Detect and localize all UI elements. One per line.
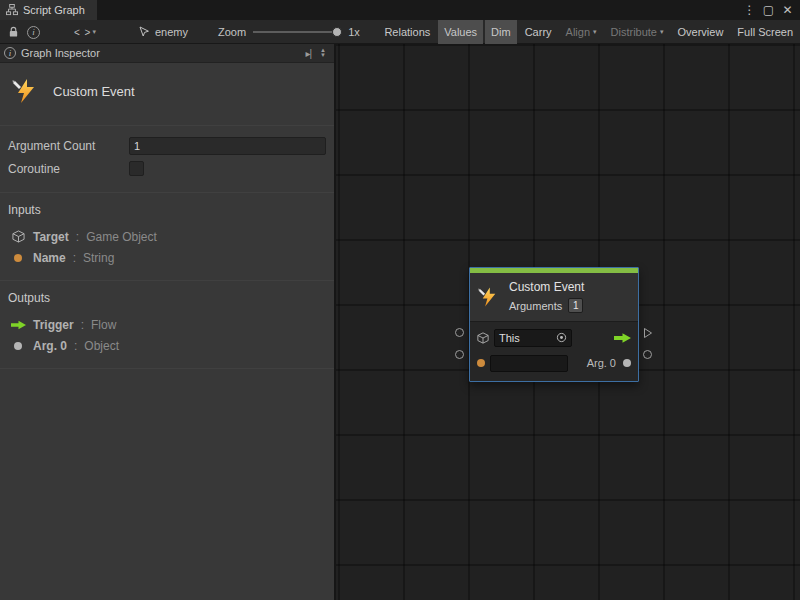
port-row-trigger: Trigger : Flow	[8, 314, 326, 335]
zoom-control: Zoom 1x	[218, 20, 360, 44]
custom-event-icon	[478, 286, 500, 308]
tab-script-graph[interactable]: Script Graph	[0, 0, 97, 20]
custom-event-node[interactable]: Custom Event Arguments 1 This	[469, 267, 639, 382]
arguments-label: Arguments	[509, 300, 562, 312]
outputs-title: Outputs	[8, 291, 326, 305]
button-label: Distribute	[611, 26, 657, 38]
toolbar-icon-group: i < > ▾	[3, 20, 96, 44]
coroutine-checkbox[interactable]	[129, 161, 144, 176]
maximize-button[interactable]: ▢	[760, 1, 777, 19]
arg0-output-port-icon[interactable]	[623, 359, 631, 367]
input-port-this[interactable]	[455, 328, 464, 337]
port-type: String	[83, 251, 114, 265]
scroll-arrows[interactable]: ▲ ▼	[316, 48, 330, 58]
port-row-target: Target : Game Object	[8, 226, 326, 247]
code-icon: < >	[74, 27, 91, 38]
node-header[interactable]: Custom Event Arguments 1	[470, 273, 638, 321]
dim-button[interactable]: Dim	[485, 20, 517, 44]
zoom-slider[interactable]	[253, 26, 341, 38]
port-row-arg0: Arg. 0 : Object	[8, 335, 326, 356]
node-row-arg0: Arg. 0	[477, 353, 631, 373]
distribute-button[interactable]: Distribute ▾	[605, 20, 670, 44]
button-label: Overview	[678, 26, 724, 38]
output-port-trigger[interactable]	[643, 327, 653, 339]
close-button[interactable]: ✕	[779, 1, 796, 19]
inspector-title: Graph Inspector	[21, 47, 100, 59]
graph-name-label: enemy	[155, 26, 188, 38]
button-label: Full Screen	[737, 26, 793, 38]
button-label: Align	[566, 26, 590, 38]
chevron-down-icon: ▾	[92, 28, 96, 36]
chevron-down-icon: ▾	[660, 28, 664, 36]
node-body: This	[470, 321, 638, 381]
zoom-value: 1x	[348, 26, 360, 38]
inputs-title: Inputs	[8, 203, 326, 217]
port-type: Game Object	[86, 230, 157, 244]
inputs-section: Inputs Target : Game Object Name : Strin…	[0, 193, 334, 280]
argument-count-input[interactable]	[129, 137, 326, 155]
event-title: Custom Event	[53, 84, 135, 99]
window-controls: ⋮ ▢ ✕	[741, 0, 800, 20]
graph-icon	[6, 4, 18, 16]
arguments-count-field[interactable]: 1	[568, 298, 583, 313]
lock-icon[interactable]	[3, 22, 23, 42]
overview-button[interactable]: Overview	[672, 20, 730, 44]
zoom-slider-knob[interactable]	[332, 27, 342, 37]
port-type: Object	[84, 339, 119, 353]
argument-count-row: Argument Count	[8, 134, 326, 157]
coroutine-row: Coroutine	[8, 157, 326, 180]
port-separator: :	[81, 318, 84, 332]
node-title: Custom Event	[509, 280, 584, 294]
values-button[interactable]: Values	[438, 20, 483, 44]
gray-dot-icon	[10, 342, 26, 350]
graph-canvas[interactable]: Custom Event Arguments 1 This	[336, 44, 800, 600]
window-menu-button[interactable]: ⋮	[741, 1, 758, 19]
coroutine-label: Coroutine	[8, 162, 129, 176]
this-object-dropdown[interactable]: This	[494, 329, 572, 347]
event-name-input[interactable]	[490, 355, 568, 372]
carry-button[interactable]: Carry	[519, 20, 558, 44]
port-separator: :	[73, 251, 76, 265]
node-header-text: Custom Event Arguments 1	[509, 280, 584, 313]
align-button[interactable]: Align ▾	[560, 20, 603, 44]
trigger-flow-icon[interactable]	[614, 333, 631, 343]
this-value: This	[499, 332, 520, 344]
scroll-down-icon[interactable]: ▼	[320, 53, 326, 58]
divider	[0, 368, 334, 369]
button-label: Dim	[491, 26, 511, 38]
custom-event-icon	[12, 77, 40, 105]
unity-script-graph-window: Script Graph ⋮ ▢ ✕ i < > ▾	[0, 0, 800, 600]
info-icon[interactable]: i	[27, 26, 40, 39]
toolbar: i < > ▾ enemy Zoom 1x Relations	[0, 20, 800, 44]
button-label: Carry	[525, 26, 552, 38]
titlebar: Script Graph ⋮ ▢ ✕	[0, 0, 800, 20]
port-type: Flow	[91, 318, 116, 332]
cube-icon	[477, 332, 489, 344]
orange-dot-icon	[10, 254, 26, 262]
pointer-icon	[138, 26, 150, 38]
tab-title: Script Graph	[23, 4, 85, 16]
arg0-label: Arg. 0	[587, 357, 616, 369]
output-port-arg0[interactable]	[643, 350, 652, 359]
cube-icon	[10, 230, 26, 243]
port-row-name: Name : String	[8, 247, 326, 268]
graph-breadcrumb[interactable]: enemy	[138, 20, 188, 44]
argument-count-label: Argument Count	[8, 139, 129, 153]
input-port-name[interactable]	[455, 350, 464, 359]
relations-button[interactable]: Relations	[378, 20, 436, 44]
zoom-slider-track[interactable]	[253, 31, 341, 33]
port-name: Arg. 0	[33, 339, 67, 353]
inspector-header: i Graph Inspector ▸| ▲ ▼	[0, 44, 334, 63]
button-label: Relations	[384, 26, 430, 38]
toolbar-button-group: Relations Values Dim Carry Align ▾ Distr…	[378, 20, 799, 44]
outputs-section: Outputs Trigger : Flow Arg. 0 : Object	[0, 281, 334, 368]
code-view-button[interactable]: < > ▾	[74, 22, 96, 42]
name-input-port-icon[interactable]	[477, 359, 485, 367]
info-icon: i	[4, 47, 16, 59]
event-fields: Argument Count Coroutine	[0, 126, 334, 192]
fullscreen-button[interactable]: Full Screen	[731, 20, 799, 44]
dock-icon[interactable]: ▸|	[305, 48, 311, 59]
object-picker-icon[interactable]	[556, 332, 567, 345]
node-row-this: This	[477, 328, 631, 348]
node-arguments-row: Arguments 1	[509, 298, 584, 313]
